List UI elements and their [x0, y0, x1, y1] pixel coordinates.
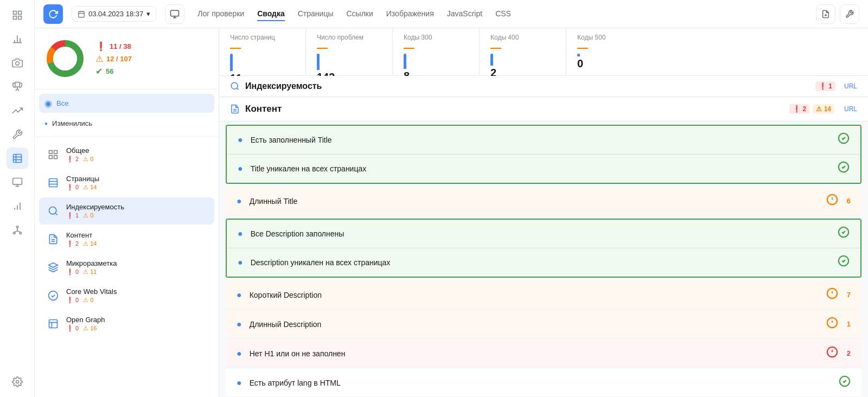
stat-problems-label: Число проблем: [317, 34, 381, 41]
stat-pages: Число страниц — 11: [219, 28, 306, 75]
content-error-badge: ❗ 2: [789, 104, 809, 114]
check-count-7: 2: [847, 349, 851, 357]
filter-all[interactable]: ◉ Все: [39, 94, 214, 113]
nav-item-content[interactable]: Контент ❗ 2 ⚠ 14: [39, 226, 214, 253]
stat-300-label: Коды 300: [404, 34, 468, 41]
content-counts: ❗ 2 ⚠ 14: [66, 240, 208, 247]
nav-item-core-web-vitals[interactable]: Core Web Vitals ❗ 0 ⚠ 0: [39, 282, 214, 309]
sidebar-icon-trending[interactable]: [7, 100, 28, 121]
pages-name: Страницы: [66, 175, 208, 183]
sidebar-icon-tools[interactable]: [7, 124, 28, 145]
check-item-h1[interactable]: ● Нет H1 или он не заполнен 2: [226, 340, 861, 368]
check-item-desc-unique[interactable]: ● Description уникален на всех страницах: [227, 248, 860, 277]
sidebar-icon-grid[interactable]: [7, 4, 28, 26]
svg-point-8: [15, 62, 19, 66]
sidebar-icon-settings[interactable]: [7, 371, 28, 393]
nav-item-indexability[interactable]: Индексируемость ❗ 1 ⚠ 0: [39, 197, 214, 225]
check-name-desc-short: Короткий Description: [250, 291, 821, 299]
bullet-icon: ●: [238, 258, 243, 267]
nav-item-open-graph[interactable]: Open Graph ❗ 0 ⚠ 16: [39, 310, 214, 337]
nav-item-general[interactable]: Общее ❗ 2 ⚠ 0: [39, 141, 214, 168]
indexability-url-link[interactable]: URL: [844, 82, 857, 90]
refresh-button[interactable]: [43, 4, 63, 24]
nav-css[interactable]: CSS: [495, 7, 511, 21]
nav-summary[interactable]: Сводка: [257, 7, 285, 21]
filter-tabs: ◉ Все ● Изменились: [35, 89, 219, 137]
indexability-counts: ❗ 1 ⚠ 0: [66, 212, 208, 219]
content-url-link[interactable]: URL: [844, 105, 857, 113]
check-name-title-unique: Title уникален на всех страницах: [251, 164, 832, 173]
check-name-desc-filled: Все Description заполнены: [251, 229, 832, 238]
header-bar: 03.04.2023 18:37 ▾ Лог проверки Сводка С…: [35, 0, 868, 28]
nav-list: Общее ❗ 2 ⚠ 0 С: [35, 137, 219, 397]
nav-item-micromarkup[interactable]: Микроразметка ❗ 0 ⚠ 11: [39, 254, 214, 281]
sidebar-icon-trophy[interactable]: [7, 76, 28, 98]
check-item-desc-filled[interactable]: ● Все Description заполнены: [227, 220, 860, 248]
filter-changed-label: Изменились: [52, 119, 92, 127]
stats-header: ❗ 11 / 38 ⚠ 12 / 107 ✔ 56: [35, 28, 219, 89]
nav-item-pages[interactable]: Страницы ❗ 0 ⚠ 14: [39, 169, 214, 196]
content-title: Контент: [245, 104, 784, 114]
check-ok-icon-1: [838, 161, 850, 176]
indexability-section-header[interactable]: Индексируемость ❗ 1 URL: [219, 76, 868, 97]
nav-pages[interactable]: Страницы: [298, 7, 334, 21]
date-picker[interactable]: 03.04.2023 18:37 ▾: [72, 6, 156, 22]
nav-images[interactable]: Изображения: [386, 7, 434, 21]
pages-text: Страницы ❗ 0 ⚠ 14: [66, 175, 208, 191]
check-item-desc-long[interactable]: ● Длинный Description 1: [226, 310, 861, 338]
svg-rect-0: [13, 11, 16, 15]
indexability-warn-count: ⚠ 0: [83, 212, 93, 219]
content-section-header: Контент ❗ 2 ⚠ 14 URL: [219, 97, 868, 121]
og-name: Open Graph: [66, 316, 208, 324]
icon-sidebar: [0, 0, 35, 397]
device-toggle[interactable]: [165, 4, 184, 24]
svg-rect-1: [18, 11, 21, 15]
cwv-text: Core Web Vitals ❗ 0 ⚠ 0: [66, 287, 208, 304]
sidebar-icon-table[interactable]: [7, 148, 28, 169]
svg-point-21: [16, 226, 18, 228]
micromarkup-warn-count: ⚠ 11: [83, 268, 97, 276]
general-error-count: ❗ 2: [66, 156, 79, 163]
general-icon: [46, 147, 61, 162]
check-item-title-unique[interactable]: ● Title уникален на всех страницах: [227, 154, 860, 183]
ok-count: 56: [106, 67, 113, 75]
export-button[interactable]: [816, 4, 835, 24]
check-warn-icon-5: [826, 287, 838, 302]
svg-line-50: [55, 213, 58, 215]
sidebar-icon-monitor[interactable]: [7, 171, 28, 193]
check-item-desc-short[interactable]: ● Короткий Description 7: [226, 281, 861, 309]
check-item-lang[interactable]: ● Есть атрибут lang в HTML: [226, 369, 861, 397]
nav-javascript[interactable]: JavaScript: [447, 7, 482, 21]
warn-stat: ⚠ 12 / 107: [95, 54, 132, 64]
check-item-title-long[interactable]: ● Длинный Title 6: [226, 187, 861, 215]
svg-point-23: [20, 232, 21, 234]
filter-changed[interactable]: ● Изменились: [39, 115, 214, 132]
bullet-icon: ●: [238, 229, 243, 239]
general-counts: ❗ 2 ⚠ 0: [66, 156, 208, 163]
sidebar-icon-camera[interactable]: [7, 52, 28, 74]
stat-pages-label: Число страниц: [230, 34, 295, 41]
check-item-title-filled[interactable]: ● Есть заполненный Title: [227, 126, 860, 154]
svg-rect-2: [13, 16, 16, 20]
stat-500-label: Коды 500: [577, 34, 642, 41]
micromarkup-error-count: ❗ 0: [66, 268, 79, 276]
bullet-icon: ●: [237, 349, 242, 358]
sidebar-icon-chart[interactable]: [7, 28, 28, 50]
sidebar-icon-analytics[interactable]: [7, 195, 28, 217]
bullet-icon: ●: [238, 164, 243, 174]
sidebar-icon-tree[interactable]: [7, 219, 28, 241]
error-count: 11 / 38: [110, 42, 131, 50]
svg-point-27: [16, 381, 18, 383]
cwv-icon: [46, 288, 61, 303]
error-stat: ❗ 11 / 38: [95, 41, 132, 52]
content-badges: ❗ 2 ⚠ 14: [789, 104, 834, 114]
micromarkup-counts: ❗ 0 ⚠ 11: [66, 268, 208, 276]
svg-point-49: [49, 207, 56, 214]
nav-links[interactable]: Ссылки: [346, 7, 373, 21]
check-ok-icon-3: [838, 226, 850, 241]
nav-log[interactable]: Лог проверки: [197, 7, 244, 21]
check-count-5: 7: [847, 291, 851, 299]
pages-counts: ❗ 0 ⚠ 14: [66, 184, 208, 191]
svg-rect-11: [13, 155, 21, 163]
tools-button[interactable]: [840, 4, 859, 24]
